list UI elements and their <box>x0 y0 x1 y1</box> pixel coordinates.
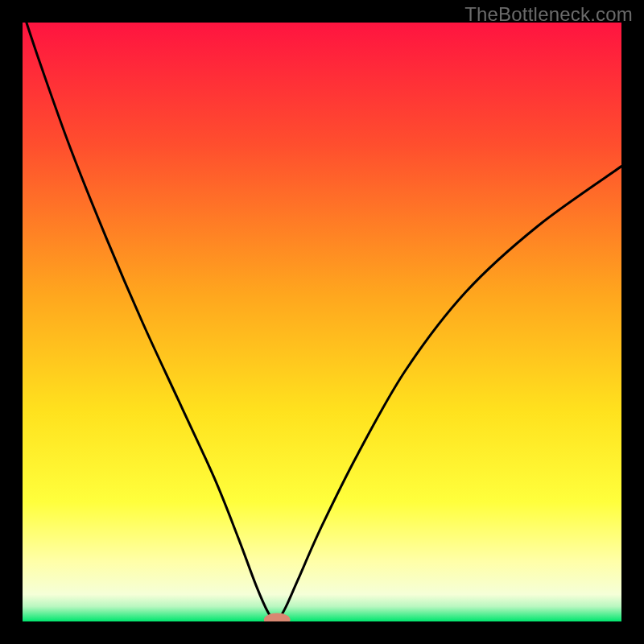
plot-background <box>23 23 621 621</box>
bottleneck-chart <box>23 23 621 621</box>
chart-frame: TheBottleneck.com <box>0 0 644 644</box>
